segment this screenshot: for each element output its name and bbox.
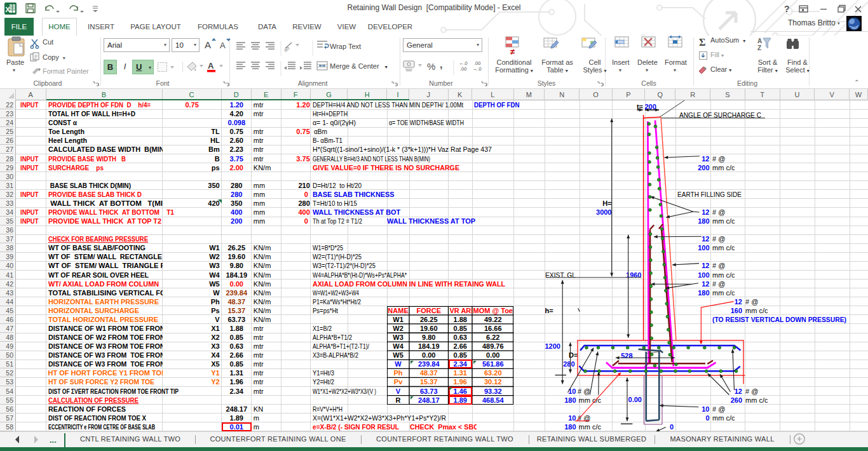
- svg-text:...: ...: [50, 435, 57, 445]
